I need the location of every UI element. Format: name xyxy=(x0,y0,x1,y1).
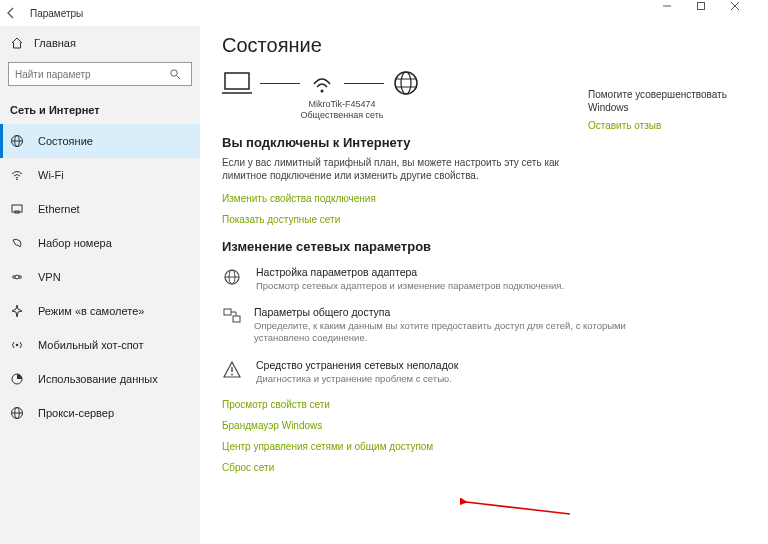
minimize-button[interactable] xyxy=(662,1,696,25)
sidebar-item-label: Использование данных xyxy=(38,373,158,385)
svg-point-20 xyxy=(395,72,417,94)
wifi-icon xyxy=(10,168,26,182)
advanced-section-title: Изменение сетевых параметров xyxy=(222,239,746,254)
link-network-reset[interactable]: Сброс сети xyxy=(222,462,746,473)
sidebar: Главная Сеть и Интернет Состояние Wi-Fi … xyxy=(0,26,200,544)
home-icon xyxy=(10,36,24,50)
wifi-icon xyxy=(308,70,336,96)
data-usage-icon xyxy=(10,372,26,386)
svg-rect-1 xyxy=(698,3,705,10)
dialup-icon xyxy=(10,236,26,250)
svg-point-19 xyxy=(321,90,324,93)
maximize-button[interactable] xyxy=(696,1,730,25)
adv-title: Параметры общего доступа xyxy=(254,306,642,318)
search-input[interactable] xyxy=(9,69,169,80)
connected-desc: Если у вас лимитный тарифный план, вы мо… xyxy=(222,156,592,183)
link-windows-firewall[interactable]: Брандмауэр Windows xyxy=(222,420,746,431)
sidebar-item-label: Wi-Fi xyxy=(38,169,64,181)
sidebar-item-vpn[interactable]: VPN xyxy=(0,260,200,294)
adapter-icon xyxy=(222,266,244,292)
close-button[interactable] xyxy=(730,1,764,25)
svg-rect-17 xyxy=(225,73,249,89)
link-network-sharing-center[interactable]: Центр управления сетями и общим доступом xyxy=(222,441,746,452)
annotation-arrow xyxy=(460,498,580,518)
sidebar-item-wifi[interactable]: Wi-Fi xyxy=(0,158,200,192)
svg-point-12 xyxy=(16,344,19,347)
sidebar-item-proxy[interactable]: Прокси-сервер xyxy=(0,396,200,430)
search-icon xyxy=(169,68,191,80)
back-button[interactable] xyxy=(4,6,30,20)
troubleshoot-icon xyxy=(222,359,244,385)
sidebar-item-hotspot[interactable]: Мобильный хот-спот xyxy=(0,328,200,362)
sidebar-item-label: Прокси-сервер xyxy=(38,407,114,419)
sidebar-home-label: Главная xyxy=(34,37,76,49)
sidebar-item-label: Набор номера xyxy=(38,237,112,249)
svg-point-7 xyxy=(16,179,18,181)
svg-rect-28 xyxy=(233,316,240,322)
svg-point-10 xyxy=(13,276,16,279)
adv-adapter-options[interactable]: Настройка параметров адаптера Просмотр с… xyxy=(222,266,642,292)
sharing-icon xyxy=(222,306,242,345)
sidebar-item-dialup[interactable]: Набор номера xyxy=(0,226,200,260)
adv-title: Средство устранения сетевых неполадок xyxy=(256,359,458,371)
adv-sharing-options[interactable]: Параметры общего доступа Определите, к к… xyxy=(222,306,642,345)
ethernet-icon xyxy=(10,202,26,216)
svg-line-31 xyxy=(466,502,570,514)
sidebar-item-ethernet[interactable]: Ethernet xyxy=(0,192,200,226)
sidebar-item-data-usage[interactable]: Использование данных xyxy=(0,362,200,396)
adv-title: Настройка параметров адаптера xyxy=(256,266,564,278)
search-box[interactable] xyxy=(8,62,192,86)
globe-icon xyxy=(392,69,420,97)
sidebar-item-label: Мобильный хот-спот xyxy=(38,339,144,351)
adv-desc: Диагностика и устранение проблем с сетью… xyxy=(256,373,458,385)
sidebar-item-airplane[interactable]: Режим «в самолете» xyxy=(0,294,200,328)
vpn-icon xyxy=(10,270,26,284)
feedback-title: Помогите усовершенствовать Windows xyxy=(588,88,748,114)
proxy-icon xyxy=(10,406,26,420)
network-label: MikroTik-F45474 Общественная сеть xyxy=(272,99,412,121)
link-change-connection-properties[interactable]: Изменить свойства подключения xyxy=(222,193,746,204)
svg-point-21 xyxy=(401,72,411,94)
title-bar: Параметры xyxy=(0,0,768,26)
svg-line-3 xyxy=(177,76,181,80)
adv-troubleshooter[interactable]: Средство устранения сетевых неполадок Ди… xyxy=(222,359,642,385)
svg-point-11 xyxy=(19,276,22,279)
sidebar-item-label: Состояние xyxy=(38,135,93,147)
window-title: Параметры xyxy=(30,8,83,19)
sidebar-item-label: VPN xyxy=(38,271,61,283)
sidebar-group-title: Сеть и Интернет xyxy=(0,96,200,124)
link-view-network-properties[interactable]: Просмотр свойств сети xyxy=(222,399,746,410)
airplane-icon xyxy=(10,304,26,318)
status-icon xyxy=(10,134,26,148)
adv-desc: Определите, к каким данным вы хотите пре… xyxy=(254,320,642,345)
sidebar-item-status[interactable]: Состояние xyxy=(0,124,200,158)
pc-icon xyxy=(222,70,252,96)
svg-point-30 xyxy=(231,373,233,375)
connected-title: Вы подключены к Интернету xyxy=(222,135,746,150)
content-area: Состояние MikroTik-F45474 Общественная с… xyxy=(200,26,768,544)
page-title: Состояние xyxy=(222,34,746,57)
adv-desc: Просмотр сетевых адаптеров и изменение п… xyxy=(256,280,564,292)
hotspot-icon xyxy=(10,338,26,352)
svg-point-2 xyxy=(171,70,177,76)
sidebar-home[interactable]: Главная xyxy=(0,30,200,56)
sidebar-item-label: Ethernet xyxy=(38,203,80,215)
feedback-link[interactable]: Оставить отзыв xyxy=(588,120,748,131)
sidebar-item-label: Режим «в самолете» xyxy=(38,305,144,317)
link-show-available-networks[interactable]: Показать доступные сети xyxy=(222,214,746,225)
svg-rect-27 xyxy=(224,309,231,315)
feedback-panel: Помогите усовершенствовать Windows Остав… xyxy=(588,88,748,131)
